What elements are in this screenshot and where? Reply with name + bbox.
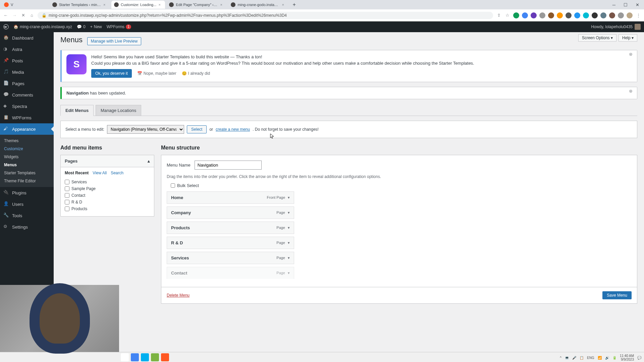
sidebar-item-spectra[interactable]: ◆Spectra xyxy=(0,101,54,112)
extension-icon[interactable] xyxy=(522,12,528,18)
create-menu-link[interactable]: create a new menu xyxy=(216,127,250,132)
wp-logo-icon[interactable] xyxy=(3,24,9,29)
pages-accordion-head[interactable]: Pages▴ xyxy=(61,155,154,167)
manage-live-preview-button[interactable]: Manage with Live Preview xyxy=(87,37,141,45)
menu-item-company[interactable]: CompanyPage▾ xyxy=(167,206,294,219)
menu-name-input[interactable] xyxy=(195,161,262,170)
avatar[interactable] xyxy=(635,24,641,30)
ok-deserve-button[interactable]: Ok, you deserve it xyxy=(91,69,132,78)
new-content[interactable]: + New xyxy=(90,24,102,29)
extension-icon[interactable] xyxy=(539,12,545,18)
extension-icon[interactable] xyxy=(557,12,563,18)
sidebar-item-posts[interactable]: 📌Posts xyxy=(0,55,54,66)
save-menu-button[interactable]: Save Menu xyxy=(602,291,632,299)
star-icon[interactable]: ☆ xyxy=(504,12,511,18)
close-window-icon[interactable]: ✕ xyxy=(632,2,643,7)
howdy-text[interactable]: Howdy, lolapeholu0435 xyxy=(591,24,633,29)
extension-icon[interactable] xyxy=(592,12,598,18)
site-name[interactable]: 🏠 ming-crane-godo.instawp.xyz xyxy=(13,24,72,29)
avatar[interactable] xyxy=(627,12,633,18)
taskbar-icon[interactable] xyxy=(161,353,169,361)
taskbar-icon[interactable] xyxy=(141,353,149,361)
lang-indicator[interactable]: ENG xyxy=(587,356,594,360)
dismiss-icon[interactable]: ⊗ xyxy=(629,52,636,58)
tab-edit-menus[interactable]: Edit Menus xyxy=(60,105,94,116)
extension-icon[interactable] xyxy=(583,12,589,18)
clock-time[interactable]: 11:40 AM xyxy=(620,354,634,358)
sidebar-item-users[interactable]: 👤Users xyxy=(0,198,54,210)
page-checkbox[interactable]: Services xyxy=(65,179,150,185)
dismiss-icon[interactable]: ⊗ xyxy=(629,88,636,95)
url-bar[interactable]: 🔒 ming-crane-godo.instawp.xyz/wp-admin/c… xyxy=(38,12,493,19)
extension-icon[interactable] xyxy=(513,12,519,18)
sidebar-item-appearance[interactable]: 🖌Appearance xyxy=(0,123,54,135)
forward-icon[interactable]: → xyxy=(11,12,17,18)
submenu-themes[interactable]: Themes xyxy=(0,137,54,145)
wpforms-link[interactable]: WPForms 1 xyxy=(107,24,131,29)
menu-item-products[interactable]: ProductsPage▾ xyxy=(167,222,294,234)
chevron-down-icon[interactable]: ▾ xyxy=(288,210,290,215)
chevron-down-icon[interactable]: ▾ xyxy=(288,271,290,275)
extensions-menu-icon[interactable] xyxy=(618,12,624,18)
minimize-icon[interactable]: ─ xyxy=(609,2,619,7)
tab-view-all[interactable]: View All xyxy=(93,171,107,175)
bulk-select-checkbox[interactable] xyxy=(171,183,175,188)
browser-tab[interactable]: V xyxy=(1,1,48,9)
sidebar-item-dashboard[interactable]: 🏠Dashboard xyxy=(0,32,54,44)
menu-item-home[interactable]: HomeFront Page▾ xyxy=(167,191,294,204)
sidebar-item-wpforms[interactable]: 📋WPForms xyxy=(0,112,54,123)
chevron-down-icon[interactable]: ▾ xyxy=(288,226,290,230)
extension-icon[interactable] xyxy=(566,12,572,18)
home-icon[interactable]: ⌂ xyxy=(29,12,35,18)
menu-item-services[interactable]: ServicesPage▾ xyxy=(167,252,294,264)
menu-select[interactable]: Navigation (Primary Menu, Off-Canvas Men… xyxy=(107,125,184,134)
close-icon[interactable]: × xyxy=(282,3,286,7)
tray-chevron-icon[interactable]: ^ xyxy=(560,356,561,360)
tab-search[interactable]: Search xyxy=(111,171,123,175)
extension-icon[interactable] xyxy=(574,12,580,18)
taskbar-icon[interactable] xyxy=(151,353,159,361)
extension-icon[interactable] xyxy=(531,12,537,18)
page-checkbox[interactable]: Sample Page xyxy=(65,185,150,192)
sidebar-item-pages[interactable]: 📄Pages xyxy=(0,78,54,89)
page-checkbox[interactable]: R & D xyxy=(65,199,150,205)
maximize-icon[interactable]: ☐ xyxy=(620,2,631,7)
tab-manage-locations[interactable]: Manage Locations xyxy=(96,105,141,116)
submenu-customize[interactable]: Customize xyxy=(0,145,54,153)
sidebar-item-settings[interactable]: ⚙Settings xyxy=(0,221,54,233)
share-icon[interactable]: ⇧ xyxy=(496,12,502,18)
extension-icon[interactable] xyxy=(609,12,615,18)
close-icon[interactable]: × xyxy=(158,3,162,7)
browser-tab[interactable]: Starter Templates ‹ ming-crane-g× xyxy=(50,1,110,9)
delete-menu-link[interactable]: Delete Menu xyxy=(167,293,190,298)
select-button[interactable]: Select xyxy=(187,125,207,133)
taskbar-icon[interactable] xyxy=(121,353,129,361)
new-tab-button[interactable]: + xyxy=(290,2,298,8)
sidebar-item-astra[interactable]: ◑Astra xyxy=(0,44,54,55)
reload-icon[interactable]: ✕ xyxy=(20,12,26,18)
extension-icon[interactable] xyxy=(600,12,606,18)
sidebar-item-plugins[interactable]: 🔌Plugins xyxy=(0,187,54,198)
page-checkbox[interactable]: Products xyxy=(65,205,150,212)
page-checkbox[interactable]: Contact xyxy=(65,192,150,199)
clock-date[interactable]: 9/9/2023 xyxy=(620,358,634,361)
menu-item-rd[interactable]: R & DPage▾ xyxy=(167,237,294,249)
browser-tab[interactable]: ming-crane-godo.instawp.xyz× xyxy=(228,1,288,9)
menu-icon[interactable]: ⋮ xyxy=(635,12,641,18)
submenu-starter-templates[interactable]: Starter Templates xyxy=(0,169,54,177)
comments-link[interactable]: 💬 0 xyxy=(77,24,86,29)
nope-later-link[interactable]: 📅 Nope, maybe later xyxy=(137,71,176,76)
screen-options-button[interactable]: Screen Options ▾ xyxy=(578,34,616,42)
chevron-down-icon[interactable]: ▾ xyxy=(288,241,290,245)
sidebar-item-media[interactable]: 🎵Media xyxy=(0,66,54,78)
help-button[interactable]: Help ▾ xyxy=(619,34,637,42)
close-icon[interactable]: × xyxy=(103,3,107,7)
browser-tab[interactable]: Edit Page "Company" ‹ ming-cra× xyxy=(166,1,227,9)
close-icon[interactable]: × xyxy=(220,3,224,7)
chevron-down-icon[interactable]: ▾ xyxy=(288,195,290,200)
sidebar-item-tools[interactable]: 🔧Tools xyxy=(0,210,54,221)
submenu-menus[interactable]: Menus xyxy=(0,161,54,169)
browser-tab-active[interactable]: Customize: Loading...× xyxy=(111,1,165,9)
menu-item-contact[interactable]: ContactPage▾ xyxy=(167,267,294,279)
back-icon[interactable]: ← xyxy=(3,12,9,18)
